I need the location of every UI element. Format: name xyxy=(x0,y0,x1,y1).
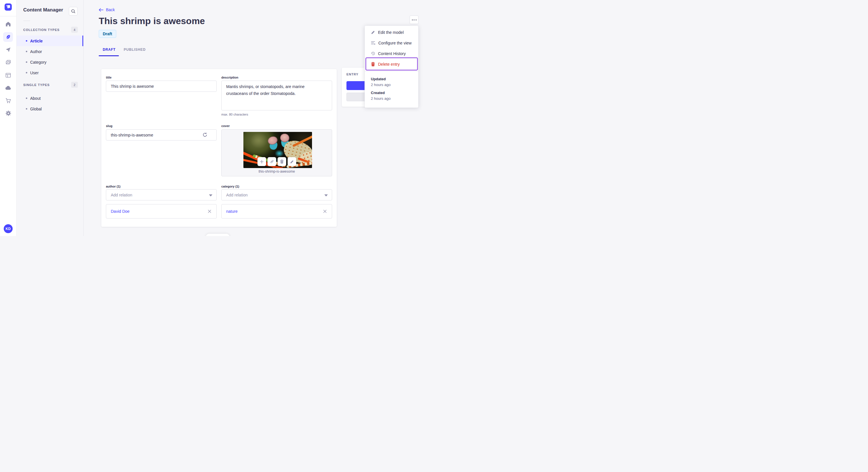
bullet-icon xyxy=(26,61,27,63)
cart-icon[interactable] xyxy=(0,96,17,105)
title-field-label: title xyxy=(106,76,112,79)
created-label: Created xyxy=(371,91,384,95)
avatar[interactable]: KD xyxy=(4,224,12,233)
back-link[interactable]: Back xyxy=(99,7,115,12)
description-hint: max. 80 characters xyxy=(221,113,248,116)
author-combobox-placeholder: Add relation xyxy=(111,193,132,197)
updated-label: Updated xyxy=(371,77,386,81)
search-button[interactable] xyxy=(69,7,78,15)
history-clock-icon xyxy=(371,51,375,56)
sidebar-item-category[interactable]: Category xyxy=(17,57,83,67)
collection-types-heading: COLLECTION TYPES xyxy=(23,28,60,32)
tab-published[interactable]: PUBLISHED xyxy=(124,47,146,52)
more-actions-menu: Edit the model Configure the view Conten… xyxy=(365,26,418,108)
content-manager-feather-icon[interactable] xyxy=(3,32,13,42)
remove-author-relation-button[interactable] xyxy=(208,210,211,213)
title-input-value: This shrimp is awesome xyxy=(111,84,154,89)
status-badge: Draft xyxy=(99,30,116,38)
menu-item-label: Edit the model xyxy=(378,30,404,35)
gear-icon[interactable] xyxy=(0,109,17,118)
configure-list-icon xyxy=(371,41,375,45)
updated-value: 2 hours ago xyxy=(371,82,391,87)
sidebar-item-author[interactable]: Author xyxy=(17,46,83,57)
sidebar-item-label: About xyxy=(30,96,41,101)
entry-panel-title: ENTRY xyxy=(346,72,359,76)
menu-item-label: Content History xyxy=(378,51,406,56)
single-types-heading: SINGLE TYPES xyxy=(23,83,50,87)
sidebar-item-label: Author xyxy=(30,49,42,54)
author-field-label: author (1) xyxy=(106,185,121,188)
edit-form-card: title This shrimp is awesome description… xyxy=(101,69,337,227)
bullet-icon xyxy=(26,40,27,42)
menu-divider xyxy=(365,71,418,72)
collection-types-count-badge: 4 xyxy=(71,27,78,33)
delete-media-button[interactable] xyxy=(278,157,286,166)
media-images-icon[interactable] xyxy=(0,58,17,67)
pencil-icon xyxy=(371,30,375,34)
back-arrow-icon xyxy=(99,8,104,12)
sidebar-item-article[interactable]: Article xyxy=(17,36,83,46)
cover-field-label: cover xyxy=(221,124,229,128)
cover-field: this-shrimp-is-awesome xyxy=(221,129,332,176)
single-types-count-badge: 2 xyxy=(71,82,78,88)
menu-item-label: Configure the view xyxy=(378,41,412,45)
back-label: Back xyxy=(106,7,115,12)
slug-field-label: slug xyxy=(106,124,113,128)
title-input[interactable]: This shrimp is awesome xyxy=(106,80,217,92)
pencil-icon xyxy=(290,160,294,164)
remove-category-relation-button[interactable] xyxy=(323,210,327,213)
icon-rail: KD xyxy=(0,0,17,236)
category-relation-combobox[interactable]: Add relation xyxy=(221,189,332,200)
strapi-logo[interactable] xyxy=(5,3,12,11)
slug-input-value: this-shrimp-is-awesome xyxy=(111,133,153,137)
category-relation-link[interactable]: nature xyxy=(226,209,238,214)
bullet-icon xyxy=(26,72,27,73)
add-media-button[interactable] xyxy=(257,157,266,166)
menu-item-delete-entry[interactable]: Delete entry xyxy=(365,59,418,69)
refresh-icon[interactable] xyxy=(203,132,208,137)
sidebar-item-global[interactable]: Global xyxy=(17,103,83,114)
trash-icon xyxy=(280,160,284,164)
description-field-label: description xyxy=(221,76,238,79)
slug-input[interactable]: this-shrimp-is-awesome xyxy=(106,129,217,140)
menu-item-content-history[interactable]: Content History xyxy=(365,48,418,59)
send-plane-icon[interactable] xyxy=(0,45,17,54)
category-combobox-placeholder: Add relation xyxy=(226,193,248,197)
bottom-floating-widget[interactable] xyxy=(206,234,229,236)
bullet-icon xyxy=(26,51,27,52)
cloud-icon[interactable] xyxy=(0,83,17,92)
menu-item-configure-the-view[interactable]: Configure the view xyxy=(365,38,418,48)
sidebar-item-label: Global xyxy=(30,107,42,111)
edit-media-button[interactable] xyxy=(288,157,296,166)
sidebar-item-label: User xyxy=(30,71,39,75)
sidebar-title: Content Manager xyxy=(23,7,63,13)
cover-actions xyxy=(257,157,296,166)
author-relation-combobox[interactable]: Add relation xyxy=(106,189,217,200)
cover-caption: this-shrimp-is-awesome xyxy=(222,169,332,173)
page-title: This shrimp is awesome xyxy=(99,16,205,26)
sidebar-item-label: Category xyxy=(30,60,46,65)
plus-icon xyxy=(260,160,264,164)
copy-link-button[interactable] xyxy=(268,157,276,166)
content-manager-sidebar: Content Manager COLLECTION TYPES 4 Artic… xyxy=(17,0,84,236)
created-value: 2 hours ago xyxy=(371,96,391,101)
bullet-icon xyxy=(26,98,27,99)
search-icon xyxy=(71,9,76,14)
home-icon[interactable] xyxy=(0,20,17,29)
chevron-down-icon xyxy=(324,194,328,196)
sidebar-divider xyxy=(23,21,30,21)
layout-icon[interactable] xyxy=(0,71,17,80)
sidebar-item-user[interactable]: User xyxy=(17,67,83,78)
link-icon xyxy=(270,160,274,164)
description-textarea[interactable]: Mantis shrimps, or stomatopods, are mari… xyxy=(221,80,332,110)
active-tab-underline xyxy=(99,55,119,56)
chevron-down-icon xyxy=(209,194,212,196)
more-actions-button[interactable] xyxy=(410,15,418,24)
tab-draft[interactable]: DRAFT xyxy=(103,47,116,52)
bullet-icon xyxy=(26,108,27,109)
menu-item-edit-the-model[interactable]: Edit the model xyxy=(365,27,418,38)
author-relation-link[interactable]: David Doe xyxy=(111,209,129,214)
author-relation-item: David Doe xyxy=(106,204,217,218)
category-relation-item: nature xyxy=(221,204,332,218)
sidebar-item-about[interactable]: About xyxy=(17,93,83,103)
